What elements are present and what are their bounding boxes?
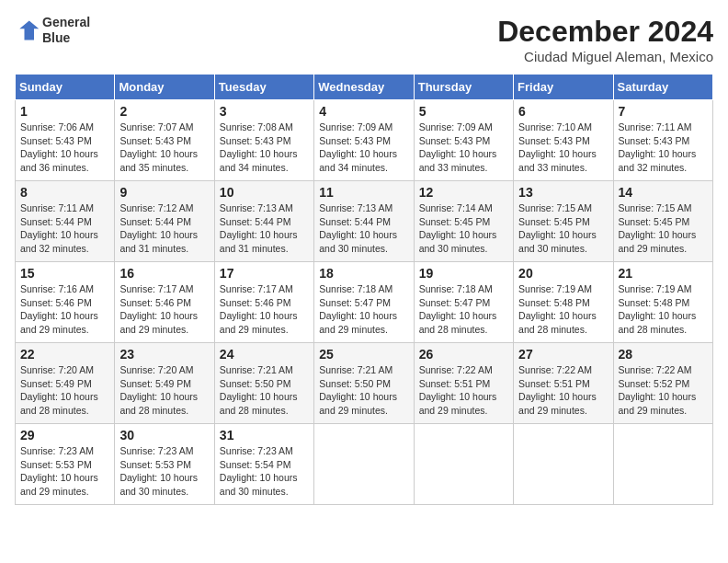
day-info: Sunrise: 7:11 AMSunset: 5:44 PMDaylight:… (20, 202, 98, 254)
header-row: SundayMondayTuesdayWednesdayThursdayFrid… (16, 75, 713, 100)
empty-cell (514, 424, 613, 505)
day-cell-31: 31Sunrise: 7:23 AMSunset: 5:54 PMDayligh… (214, 424, 313, 505)
calendar-header: SundayMondayTuesdayWednesdayThursdayFrid… (16, 75, 713, 100)
day-info: Sunrise: 7:23 AMSunset: 5:53 PMDaylight:… (119, 445, 198, 497)
day-number: 1 (20, 104, 109, 119)
day-info: Sunrise: 7:06 AMSunset: 5:43 PMDaylight:… (20, 121, 98, 173)
day-cell-30: 30Sunrise: 7:23 AMSunset: 5:53 PMDayligh… (115, 424, 214, 505)
logo-line2: Blue (42, 30, 90, 46)
logo: General Blue (15, 15, 90, 46)
header-monday: Monday (115, 75, 214, 100)
day-cell-22: 22Sunrise: 7:20 AMSunset: 5:49 PMDayligh… (16, 343, 115, 424)
day-info: Sunrise: 7:21 AMSunset: 5:50 PMDaylight:… (220, 364, 298, 416)
day-info: Sunrise: 7:13 AMSunset: 5:44 PMDaylight:… (220, 202, 298, 254)
day-info: Sunrise: 7:22 AMSunset: 5:51 PMDaylight:… (419, 364, 497, 416)
logo-text: General Blue (42, 15, 90, 46)
day-number: 26 (419, 347, 508, 362)
day-number: 4 (319, 104, 408, 119)
day-number: 25 (319, 347, 408, 362)
day-number: 8 (20, 185, 109, 200)
day-cell-19: 19Sunrise: 7:18 AMSunset: 5:47 PMDayligh… (414, 262, 513, 343)
day-info: Sunrise: 7:17 AMSunset: 5:46 PMDaylight:… (220, 283, 298, 335)
day-cell-11: 11Sunrise: 7:13 AMSunset: 5:44 PMDayligh… (314, 181, 414, 262)
day-info: Sunrise: 7:11 AMSunset: 5:43 PMDaylight:… (619, 121, 697, 173)
day-number: 10 (220, 185, 309, 200)
day-cell-5: 5Sunrise: 7:09 AMSunset: 5:43 PMDaylight… (414, 100, 513, 181)
day-cell-26: 26Sunrise: 7:22 AMSunset: 5:51 PMDayligh… (414, 343, 513, 424)
day-info: Sunrise: 7:13 AMSunset: 5:44 PMDaylight:… (319, 202, 397, 254)
day-info: Sunrise: 7:10 AMSunset: 5:43 PMDaylight:… (518, 121, 597, 173)
week-row-5: 29Sunrise: 7:23 AMSunset: 5:53 PMDayligh… (16, 424, 713, 505)
day-cell-13: 13Sunrise: 7:15 AMSunset: 5:45 PMDayligh… (514, 181, 613, 262)
location-title: Ciudad Miguel Aleman, Mexico (497, 49, 713, 64)
day-number: 21 (619, 266, 708, 281)
day-number: 14 (619, 185, 708, 200)
day-cell-8: 8Sunrise: 7:11 AMSunset: 5:44 PMDaylight… (16, 181, 115, 262)
day-info: Sunrise: 7:12 AMSunset: 5:44 PMDaylight:… (119, 202, 198, 254)
day-cell-21: 21Sunrise: 7:19 AMSunset: 5:48 PMDayligh… (613, 262, 712, 343)
day-cell-24: 24Sunrise: 7:21 AMSunset: 5:50 PMDayligh… (214, 343, 313, 424)
day-cell-20: 20Sunrise: 7:19 AMSunset: 5:48 PMDayligh… (514, 262, 613, 343)
header-thursday: Thursday (414, 75, 513, 100)
day-cell-3: 3Sunrise: 7:08 AMSunset: 5:43 PMDaylight… (214, 100, 313, 181)
day-cell-18: 18Sunrise: 7:18 AMSunset: 5:47 PMDayligh… (314, 262, 414, 343)
day-number: 22 (20, 347, 109, 362)
day-number: 13 (518, 185, 608, 200)
week-row-4: 22Sunrise: 7:20 AMSunset: 5:49 PMDayligh… (16, 343, 713, 424)
day-number: 9 (119, 185, 209, 200)
title-area: December 2024 Ciudad Miguel Aleman, Mexi… (497, 15, 713, 64)
day-info: Sunrise: 7:20 AMSunset: 5:49 PMDaylight:… (119, 364, 198, 416)
header-sunday: Sunday (16, 75, 115, 100)
day-info: Sunrise: 7:22 AMSunset: 5:51 PMDaylight:… (518, 364, 597, 416)
day-number: 24 (220, 347, 309, 362)
day-info: Sunrise: 7:09 AMSunset: 5:43 PMDaylight:… (319, 121, 397, 173)
day-cell-12: 12Sunrise: 7:14 AMSunset: 5:45 PMDayligh… (414, 181, 513, 262)
empty-cell (414, 424, 513, 505)
day-cell-2: 2Sunrise: 7:07 AMSunset: 5:43 PMDaylight… (115, 100, 214, 181)
logo-icon (15, 17, 40, 43)
day-cell-14: 14Sunrise: 7:15 AMSunset: 5:45 PMDayligh… (613, 181, 712, 262)
day-info: Sunrise: 7:16 AMSunset: 5:46 PMDaylight:… (20, 283, 98, 335)
day-info: Sunrise: 7:19 AMSunset: 5:48 PMDaylight:… (518, 283, 597, 335)
week-row-3: 15Sunrise: 7:16 AMSunset: 5:46 PMDayligh… (16, 262, 713, 343)
month-title: December 2024 (497, 15, 713, 49)
day-info: Sunrise: 7:15 AMSunset: 5:45 PMDaylight:… (619, 202, 697, 254)
empty-cell (314, 424, 414, 505)
day-number: 18 (319, 266, 408, 281)
day-number: 5 (419, 104, 508, 119)
header-wednesday: Wednesday (314, 75, 414, 100)
day-info: Sunrise: 7:20 AMSunset: 5:49 PMDaylight:… (20, 364, 98, 416)
day-number: 27 (518, 347, 608, 362)
day-cell-9: 9Sunrise: 7:12 AMSunset: 5:44 PMDaylight… (115, 181, 214, 262)
day-cell-15: 15Sunrise: 7:16 AMSunset: 5:46 PMDayligh… (16, 262, 115, 343)
day-number: 28 (619, 347, 708, 362)
day-cell-4: 4Sunrise: 7:09 AMSunset: 5:43 PMDaylight… (314, 100, 414, 181)
day-number: 11 (319, 185, 408, 200)
calendar-body: 1Sunrise: 7:06 AMSunset: 5:43 PMDaylight… (16, 100, 713, 505)
day-number: 31 (220, 428, 309, 442)
header-friday: Friday (514, 75, 613, 100)
page-header: General Blue December 2024 Ciudad Miguel… (15, 15, 713, 64)
day-number: 20 (518, 266, 608, 281)
day-number: 23 (119, 347, 209, 362)
day-number: 17 (220, 266, 309, 281)
day-cell-27: 27Sunrise: 7:22 AMSunset: 5:51 PMDayligh… (514, 343, 613, 424)
empty-cell (613, 424, 712, 505)
day-number: 7 (619, 104, 708, 119)
day-info: Sunrise: 7:08 AMSunset: 5:43 PMDaylight:… (220, 121, 298, 173)
day-cell-6: 6Sunrise: 7:10 AMSunset: 5:43 PMDaylight… (514, 100, 613, 181)
day-info: Sunrise: 7:14 AMSunset: 5:45 PMDaylight:… (419, 202, 497, 254)
day-cell-16: 16Sunrise: 7:17 AMSunset: 5:46 PMDayligh… (115, 262, 214, 343)
logo-line1: General (42, 15, 90, 30)
day-info: Sunrise: 7:22 AMSunset: 5:52 PMDaylight:… (619, 364, 697, 416)
day-cell-7: 7Sunrise: 7:11 AMSunset: 5:43 PMDaylight… (613, 100, 712, 181)
day-cell-1: 1Sunrise: 7:06 AMSunset: 5:43 PMDaylight… (16, 100, 115, 181)
day-cell-29: 29Sunrise: 7:23 AMSunset: 5:53 PMDayligh… (16, 424, 115, 505)
week-row-1: 1Sunrise: 7:06 AMSunset: 5:43 PMDaylight… (16, 100, 713, 181)
day-number: 3 (220, 104, 309, 119)
header-tuesday: Tuesday (214, 75, 313, 100)
week-row-2: 8Sunrise: 7:11 AMSunset: 5:44 PMDaylight… (16, 181, 713, 262)
day-info: Sunrise: 7:17 AMSunset: 5:46 PMDaylight:… (119, 283, 198, 335)
day-number: 6 (518, 104, 608, 119)
day-number: 29 (20, 428, 109, 442)
